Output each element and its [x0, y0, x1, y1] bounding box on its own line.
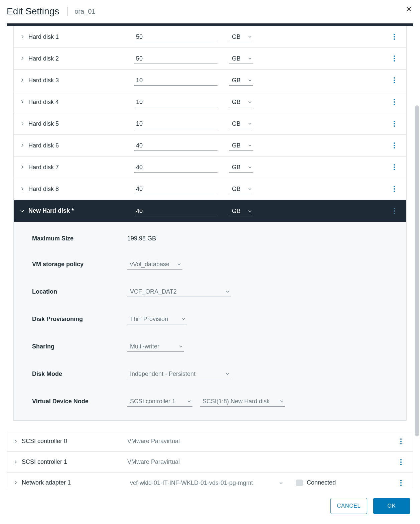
- net1-network-dropdown[interactable]: vcf-wkld-01-IT-INF-WKLD-01-vds-01-pg-mgm…: [127, 478, 284, 488]
- disk-size-input[interactable]: [134, 162, 218, 173]
- disk-unit-dropdown[interactable]: GB: [229, 97, 253, 107]
- dialog-footer: CANCEL OK: [0, 488, 420, 524]
- disk-label: Hard disk 6: [28, 142, 127, 149]
- scsi-controller-1-row[interactable]: SCSI controller 1 VMware Paravirtual: [7, 452, 413, 473]
- kebab-menu-icon[interactable]: [392, 97, 397, 107]
- kebab-menu-icon[interactable]: [392, 206, 397, 216]
- scsi0-value: VMware Paravirtual: [127, 438, 180, 445]
- disk-unit-dropdown[interactable]: GB: [229, 184, 253, 194]
- new-hard-disk-row[interactable]: New Hard disk * GB: [14, 200, 406, 222]
- disk-size-input[interactable]: [134, 118, 218, 129]
- sharing-dropdown[interactable]: Multi-writer: [127, 341, 184, 352]
- disk-unit-dropdown[interactable]: GB: [229, 140, 253, 151]
- storage-policy-dropdown[interactable]: vVol_database: [127, 259, 182, 270]
- kebab-menu-icon[interactable]: [392, 140, 397, 150]
- hard-disk-row[interactable]: Hard disk 3 GB: [14, 70, 406, 91]
- new-disk-label: New Hard disk *: [28, 207, 127, 214]
- hard-disk-row[interactable]: Hard disk 1 GB: [14, 26, 406, 48]
- chevron-right-icon[interactable]: [14, 480, 18, 486]
- chevron-down-icon: [248, 99, 252, 106]
- hardware-list: Hard disk 1 GB Hard disk 2 GB Hard disk …: [13, 26, 407, 421]
- disk-label: Hard disk 1: [28, 33, 127, 40]
- disk-mode-label: Disk Mode: [32, 371, 127, 378]
- hard-disk-row[interactable]: Hard disk 8 GB: [14, 178, 406, 200]
- cancel-button[interactable]: CANCEL: [330, 498, 367, 514]
- hard-disk-row[interactable]: Hard disk 2 GB: [14, 48, 406, 70]
- kebab-menu-icon[interactable]: [392, 54, 397, 64]
- chevron-down-icon: [248, 164, 252, 171]
- disk-size-input[interactable]: [134, 31, 218, 42]
- kebab-menu-icon[interactable]: [398, 436, 404, 446]
- kebab-menu-icon[interactable]: [392, 162, 397, 172]
- dialog-title: Edit Settings: [7, 6, 59, 17]
- location-label: Location: [32, 288, 127, 295]
- unit-label: GB: [232, 208, 241, 215]
- storage-policy-label: VM storage policy: [32, 261, 127, 268]
- provisioning-dropdown[interactable]: Thin Provision: [127, 314, 187, 324]
- settings-scroll-area: Hard disk 1 GB Hard disk 2 GB Hard disk …: [7, 26, 413, 494]
- disk-unit-dropdown[interactable]: GB: [229, 75, 253, 86]
- chevron-right-icon[interactable]: [14, 439, 18, 444]
- chevron-down-icon: [226, 288, 230, 295]
- disk-unit-dropdown[interactable]: GB: [229, 53, 253, 64]
- scrollbar-thumb[interactable]: [415, 105, 419, 436]
- location-dropdown[interactable]: VCF_ORA_DAT2: [127, 286, 231, 297]
- provisioning-label: Disk Provisioning: [32, 316, 127, 323]
- disk-size-input[interactable]: [134, 53, 218, 64]
- chevron-down-icon: [248, 120, 252, 127]
- disk-label: Hard disk 2: [28, 55, 127, 62]
- unit-label: GB: [232, 186, 241, 193]
- chevron-right-icon[interactable]: [20, 143, 25, 148]
- hard-disk-row[interactable]: Hard disk 6 GB: [14, 135, 406, 156]
- unit-label: GB: [232, 55, 241, 62]
- scsi1-label: SCSI controller 1: [22, 458, 67, 465]
- kebab-menu-icon[interactable]: [392, 119, 397, 129]
- dialog-header: Edit Settings ora_01 ✕: [0, 0, 420, 23]
- chevron-right-icon[interactable]: [20, 186, 25, 192]
- chevron-right-icon[interactable]: [20, 56, 25, 61]
- disk-size-input[interactable]: [134, 75, 218, 86]
- unit-label: GB: [232, 120, 241, 127]
- chevron-down-icon[interactable]: [20, 208, 25, 214]
- chevron-right-icon[interactable]: [14, 459, 18, 465]
- chevron-right-icon[interactable]: [20, 121, 25, 126]
- chevron-right-icon[interactable]: [20, 99, 25, 105]
- disk-size-input[interactable]: [134, 140, 218, 151]
- disk-unit-dropdown[interactable]: GB: [229, 162, 253, 173]
- disk-mode-dropdown[interactable]: Independent - Persistent: [127, 369, 231, 379]
- kebab-menu-icon[interactable]: [392, 32, 397, 42]
- chevron-right-icon[interactable]: [20, 78, 25, 83]
- vertical-scrollbar[interactable]: [415, 30, 419, 480]
- close-icon[interactable]: ✕: [406, 5, 412, 14]
- disk-unit-dropdown[interactable]: GB: [229, 118, 253, 129]
- kebab-menu-icon[interactable]: [392, 75, 397, 85]
- chevron-down-icon: [187, 398, 191, 405]
- chevron-down-icon: [181, 316, 185, 323]
- hard-disk-row[interactable]: Hard disk 4 GB: [14, 91, 406, 113]
- scsi-controller-0-row[interactable]: SCSI controller 0 VMware Paravirtual: [7, 431, 413, 452]
- disk-unit-dropdown[interactable]: GB: [229, 31, 253, 42]
- disk-size-input[interactable]: [134, 184, 218, 194]
- chevron-down-icon: [248, 77, 252, 84]
- chevron-down-icon: [177, 261, 181, 268]
- chevron-down-icon: [226, 371, 230, 378]
- chevron-down-icon: [280, 398, 284, 405]
- vdev-slot-dropdown[interactable]: SCSI(1:8) New Hard disk: [200, 396, 285, 407]
- vdev-controller-dropdown[interactable]: SCSI controller 1: [127, 396, 192, 407]
- hard-disk-row[interactable]: Hard disk 5 GB: [14, 113, 406, 135]
- net1-label: Network adapter 1: [22, 479, 71, 486]
- chevron-right-icon[interactable]: [20, 34, 25, 39]
- ok-button[interactable]: OK: [373, 498, 410, 514]
- kebab-menu-icon[interactable]: [392, 184, 397, 194]
- chevron-right-icon[interactable]: [20, 165, 25, 170]
- disk-size-input[interactable]: [134, 97, 218, 107]
- new-disk-size-input[interactable]: [134, 206, 218, 216]
- hard-disk-row[interactable]: Hard disk 7 GB: [14, 156, 406, 178]
- net1-connected-checkbox[interactable]: [296, 480, 303, 486]
- kebab-menu-icon[interactable]: [398, 478, 404, 488]
- disk-label: Hard disk 4: [28, 99, 127, 106]
- vdev-node-label: Virtual Device Node: [32, 398, 127, 405]
- disk-label: Hard disk 3: [28, 77, 127, 84]
- kebab-menu-icon[interactable]: [398, 457, 404, 467]
- new-disk-unit-dropdown[interactable]: GB: [229, 206, 253, 216]
